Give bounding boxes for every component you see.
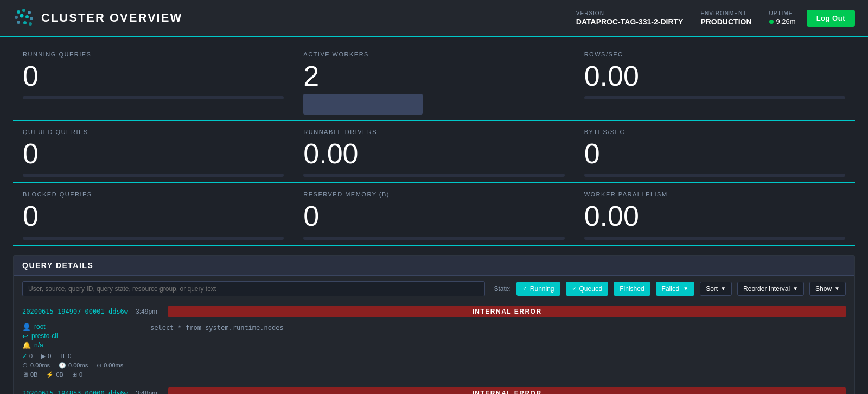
stat-cell-8: WORKER PARALLELISM0.00	[575, 183, 855, 246]
stat-bar-container-7	[303, 237, 564, 240]
show-button[interactable]: Show ▼	[809, 282, 846, 296]
svg-point-2	[28, 11, 31, 14]
query-sql: select * from system.runtime.nodes	[142, 323, 846, 378]
stat-cell-3: QUEUED QUERIES0	[13, 121, 293, 183]
query-details-section: QUERY DETAILS State: ✓ Running ✓ Queued …	[13, 255, 855, 394]
query-user: 👤root	[22, 323, 142, 331]
play-stat-icon: ▶	[41, 353, 46, 360]
stat-cell-5: BYTES/SEC0	[575, 121, 855, 183]
svg-point-9	[29, 22, 32, 26]
query-status-badge: INTERNAL ERROR	[168, 387, 846, 394]
filter-queued-button[interactable]: ✓ Queued	[566, 282, 609, 296]
environment-value: PRODUCTION	[700, 17, 751, 26]
stat-label-4: RUNNABLE DRIVERS	[303, 129, 564, 135]
logo-icon	[13, 8, 34, 28]
source-icon: ↩	[22, 332, 28, 340]
svg-point-7	[17, 21, 20, 24]
filter-running-button[interactable]: ✓ Running	[516, 282, 560, 296]
stat-cell-6: BLOCKED QUERIES0	[13, 183, 293, 246]
header: CLUSTER OVERVIEW VERSION DATAPROC-TAG-33…	[0, 0, 868, 37]
svg-point-3	[15, 16, 18, 19]
query-source: ↩presto-cli	[22, 332, 142, 340]
query-stats-row-3: 🖥 0B ⚡ 0B ⊞ 0	[22, 371, 142, 378]
query-filter-bar: State: ✓ Running ✓ Queued Finished Faile…	[14, 276, 854, 302]
stat-label-6: BLOCKED QUERIES	[23, 191, 284, 198]
logout-button[interactable]: Log Out	[807, 10, 855, 27]
svg-point-8	[23, 21, 27, 24]
stat-label-7: RESERVED MEMORY (B)	[303, 191, 564, 198]
query-stat-size1: 🖥 0B	[22, 371, 37, 378]
query-stat-checks: ✓ 0	[22, 353, 33, 360]
environment-label: ENVIRONMENT	[700, 10, 751, 16]
query-stat-count: ⊞ 0	[72, 371, 82, 378]
pause-stat-icon: ⏸	[60, 353, 66, 359]
user-icon: 👤	[22, 323, 31, 331]
stat-value-5: 0	[584, 138, 845, 169]
uptime-dot	[769, 20, 774, 24]
query-body: 👤root↩presto-cli🔔n/a ✓ 0 ▶ 0 ⏸ 0 ⏱ 0.00m…	[14, 321, 854, 384]
query-stat-size2: ⚡ 0B	[46, 371, 63, 378]
stat-value-0: 0	[23, 61, 284, 92]
uptime-value: 9.26m	[776, 17, 796, 26]
play-value: 0	[48, 353, 51, 359]
svg-point-0	[17, 10, 20, 14]
stat-value-7: 0	[303, 201, 564, 232]
user-value: root	[34, 323, 46, 331]
query-search-input[interactable]	[22, 281, 485, 296]
stat-value-2: 0.00	[584, 61, 845, 92]
query-stats-row-2: ⏱ 0.00ms 🕐 0.00ms ⊙ 0.00ms	[22, 362, 142, 369]
query-stat-time1: ⏱ 0.00ms	[22, 362, 50, 368]
stat-cell-7: RESERVED MEMORY (B)0	[293, 183, 574, 246]
filter-queued-label: Queued	[579, 285, 603, 293]
query-row[interactable]: 20200615_194907_00001_dds6w3:49pmINTERNA…	[14, 302, 854, 384]
size2-value: 0B	[56, 371, 63, 378]
check-stat-icon: ✓	[22, 353, 27, 360]
query-list: 20200615_194907_00001_dds6w3:49pmINTERNA…	[14, 302, 854, 394]
svg-point-4	[20, 14, 24, 18]
stat-bar-container-8	[584, 237, 845, 240]
logo: CLUSTER OVERVIEW	[13, 8, 182, 28]
stat-bar-container-5	[584, 174, 845, 177]
query-stat-play: ▶ 0	[41, 353, 51, 360]
query-row[interactable]: 20200615_194853_00000_dds6w3:48pmINTERNA…	[14, 384, 854, 394]
query-details-header: QUERY DETAILS	[14, 256, 854, 276]
stat-cell-2: ROWS/SEC0.00	[575, 43, 855, 121]
count-value: 0	[79, 371, 82, 378]
resource-group-value: n/a	[34, 341, 43, 349]
sort-button[interactable]: Sort ▼	[700, 282, 732, 296]
stat-bar-container-0	[23, 96, 284, 99]
reorder-interval-button[interactable]: Reorder Interval ▼	[737, 282, 804, 296]
source-value: presto-cli	[31, 332, 58, 340]
filter-failed-label: Failed	[662, 285, 680, 293]
version-label: VERSION	[576, 10, 684, 16]
svg-point-6	[30, 17, 33, 20]
time2-icon: 🕐	[59, 362, 66, 369]
query-resource-group: 🔔n/a	[22, 341, 142, 349]
uptime-block: UPTIME 9.26m	[769, 10, 796, 26]
query-id[interactable]: 20200615_194907_00001_dds6w	[22, 308, 128, 315]
query-time: 3:48pm	[136, 390, 157, 394]
time1-icon: ⏱	[22, 362, 28, 368]
time2-value: 0.00ms	[68, 362, 88, 368]
show-arrow-icon: ▼	[834, 285, 840, 291]
stat-value-3: 0	[23, 138, 284, 169]
sort-arrow-icon: ▼	[720, 285, 726, 291]
version-block: VERSION DATAPROC-TAG-331-2-DIRTY	[576, 10, 684, 26]
stat-value-8: 0.00	[584, 201, 845, 232]
stat-bar-container-2	[584, 96, 845, 99]
stat-label-2: ROWS/SEC	[584, 51, 845, 58]
uptime-value-container: 9.26m	[769, 17, 796, 26]
query-row-header: 20200615_194853_00000_dds6w3:48pmINTERNA…	[14, 384, 854, 394]
size2-icon: ⚡	[46, 371, 54, 378]
pause-value: 0	[68, 353, 71, 359]
stat-label-0: RUNNING QUERIES	[23, 51, 284, 58]
checks-value: 0	[29, 353, 33, 359]
filter-failed-button[interactable]: Failed ▼	[656, 282, 695, 296]
filter-finished-button[interactable]: Finished	[614, 282, 650, 296]
query-id[interactable]: 20200615_194853_00000_dds6w	[22, 390, 128, 394]
query-status-badge: INTERNAL ERROR	[168, 306, 846, 317]
environment-block: ENVIRONMENT PRODUCTION	[700, 10, 751, 26]
query-stat-time3: ⊙ 0.00ms	[97, 362, 123, 369]
time3-value: 0.00ms	[104, 362, 123, 368]
query-stat-pause: ⏸ 0	[60, 353, 71, 359]
